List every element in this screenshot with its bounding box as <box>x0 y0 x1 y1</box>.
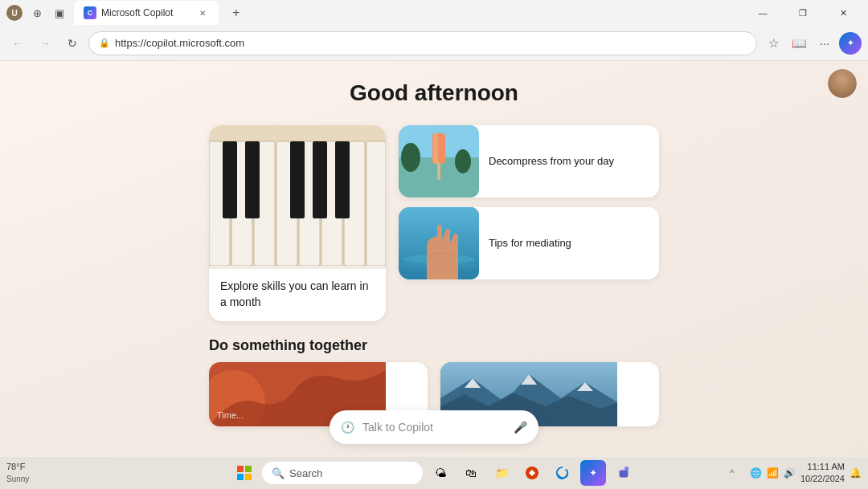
profile-avatar[interactable] <box>828 69 857 98</box>
read-icon[interactable]: 📖 <box>788 32 810 55</box>
more-icon[interactable]: ··· <box>813 32 836 55</box>
svg-rect-31 <box>237 474 244 480</box>
chat-bar-wrapper: 🕐 Talk to Copilot 🎤 <box>330 410 538 444</box>
svg-point-17 <box>455 149 471 173</box>
browser-history-icon[interactable]: ⊕ <box>29 5 45 21</box>
title-bar: U ⊕ ▣ C Microsoft Copilot ✕ + — ❐ ✕ <box>0 0 868 26</box>
forward-button[interactable]: → <box>34 32 56 55</box>
chat-bar[interactable]: 🕐 Talk to Copilot 🎤 <box>330 410 538 444</box>
piano-card-text: Explore skills you can learn in a month <box>209 269 386 321</box>
svg-rect-30 <box>245 466 252 472</box>
taskbar-store[interactable]: 🛍 <box>458 460 484 486</box>
taskbar-edge[interactable] <box>550 460 575 486</box>
copilot-button[interactable]: ✦ <box>839 32 862 55</box>
taskbar: 78°F Sunny 🔍 Search 🌤 🛍 📁 <box>0 457 868 489</box>
svg-rect-34 <box>620 470 628 477</box>
date-display: 10/22/2024 <box>800 473 845 485</box>
temperature: 78°F <box>6 461 29 473</box>
svg-rect-12 <box>313 141 327 218</box>
taskbar-search-icon: 🔍 <box>272 467 285 479</box>
svg-rect-20 <box>437 162 440 180</box>
piano-image <box>209 125 386 269</box>
tab-title: Microsoft Copilot <box>101 7 173 18</box>
url-text: https://copilot.microsoft.com <box>115 37 747 49</box>
network-icon: 🌐 <box>750 467 762 479</box>
svg-rect-9 <box>223 141 237 218</box>
water-image <box>399 207 479 279</box>
tab-favicon: C <box>84 6 96 19</box>
taskbar-search[interactable]: 🔍 Search <box>262 462 423 484</box>
minimize-button[interactable]: — <box>744 0 781 26</box>
svg-rect-10 <box>245 141 260 218</box>
svg-rect-32 <box>245 474 252 480</box>
svg-rect-11 <box>290 141 305 218</box>
taskbar-search-text: Search <box>289 467 322 479</box>
notification-icon[interactable]: 🔔 <box>850 467 862 479</box>
main-content: Good afternoon <box>0 61 868 457</box>
svg-point-16 <box>401 143 420 172</box>
taskbar-copilot[interactable]: ✦ <box>580 460 606 486</box>
back-button[interactable]: ← <box>6 32 29 55</box>
weather-info: 78°F Sunny <box>6 461 29 484</box>
taskbar-right: ^ 🌐 📶 🔊 11:11 AM 10/22/2024 🔔 <box>719 460 862 486</box>
browser-workspace-icon[interactable]: ▣ <box>51 5 68 21</box>
svg-rect-19 <box>433 133 438 164</box>
start-button[interactable] <box>231 460 257 486</box>
card-piano[interactable]: Explore skills you can learn in a month <box>209 125 386 321</box>
tab-close-button[interactable]: ✕ <box>196 6 209 19</box>
volume-icon: 🔊 <box>784 467 796 479</box>
lock-icon: 🔒 <box>99 38 110 48</box>
url-bar[interactable]: 🔒 https://copilot.microsoft.com <box>88 31 757 55</box>
clock-icon: 🕐 <box>341 421 354 434</box>
water-card-text: Tips for mediating <box>489 236 571 251</box>
taskbar-teams[interactable] <box>611 460 637 486</box>
svg-rect-29 <box>237 466 244 472</box>
browser-profile-icon[interactable]: U <box>6 5 23 21</box>
taskbar-center: 🔍 Search 🌤 🛍 📁 ✦ <box>231 460 637 486</box>
condition: Sunny <box>6 474 29 485</box>
wifi-icon: 📶 <box>767 467 779 479</box>
taskbar-widgets[interactable]: 🌤 <box>428 460 453 486</box>
maximize-button[interactable]: ❐ <box>784 0 821 26</box>
taskbar-files[interactable]: 📁 <box>489 460 514 486</box>
window-controls: — ❐ ✕ <box>744 0 862 26</box>
address-bar: ← → ↻ 🔒 https://copilot.microsoft.com ☆ … <box>0 26 868 61</box>
refresh-button[interactable]: ↻ <box>61 32 84 55</box>
card-popsicle[interactable]: Decompress from your day <box>399 125 659 198</box>
bottom-card-left-label: Time... <box>217 410 244 420</box>
taskbar-photos[interactable] <box>519 460 545 486</box>
popsicle-card-text: Decompress from your day <box>489 154 614 169</box>
svg-rect-13 <box>335 141 350 218</box>
popsicle-image <box>399 125 479 198</box>
mic-icon[interactable]: 🎤 <box>514 421 527 434</box>
favorites-icon[interactable]: ☆ <box>762 32 784 55</box>
system-tray-expand[interactable]: ^ <box>719 460 745 486</box>
cards-row: Explore skills you can learn in a month <box>209 125 659 321</box>
new-tab-button[interactable]: + <box>225 2 248 24</box>
time-date[interactable]: 11:11 AM 10/22/2024 <box>800 461 845 486</box>
close-button[interactable]: ✕ <box>825 0 862 26</box>
greeting-text: Good afternoon <box>350 80 518 106</box>
card-water[interactable]: Tips for mediating <box>399 207 659 279</box>
section-title: Do something together <box>209 337 659 354</box>
cards-column: Decompress from your day <box>399 125 659 321</box>
time-display: 11:11 AM <box>800 461 845 473</box>
active-tab[interactable]: C Microsoft Copilot ✕ <box>74 1 219 25</box>
svg-rect-8 <box>366 141 386 266</box>
toolbar-icons: ☆ 📖 ··· ✦ <box>762 32 862 55</box>
svg-point-35 <box>624 467 628 471</box>
chat-placeholder-text: Talk to Copilot <box>362 421 506 434</box>
